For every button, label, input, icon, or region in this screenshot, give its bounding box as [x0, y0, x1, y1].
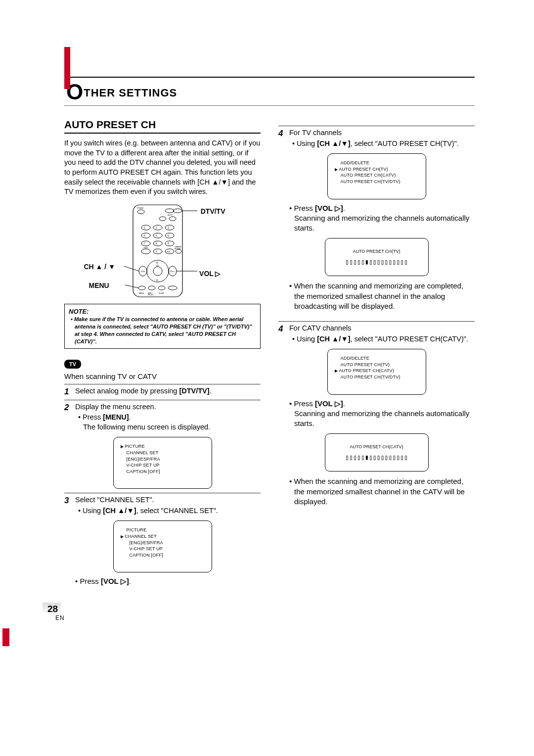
accent-bar: [64, 47, 70, 89]
svg-text:VOL▷: VOL▷: [170, 270, 176, 273]
remote-diagram: 123 456 789 0+100 ▲ ▼ CH ◁VOL VOL▷: [101, 204, 224, 298]
svg-point-14: [153, 241, 162, 246]
menu-screen-2: PICTURE CHANNEL SET [ENG]/ESP/FRA V-CHIP…: [113, 520, 212, 572]
header-bar: OTHER SETTINGS: [64, 77, 475, 106]
preset-menu-tv: ADD/DELETE AUTO PRESET CH(TV) AUTO PRESE…: [327, 153, 426, 199]
svg-rect-0: [133, 205, 182, 297]
step-4-tv: 4 For TV channels Using [CH ▲/▼], select…: [278, 128, 475, 148]
svg-point-3: [173, 209, 182, 213]
svg-point-6: [169, 217, 176, 221]
svg-point-1: [137, 210, 144, 214]
progress-catv: AUTO PRESET CH(CATV) ▯▯▯▯▯▮▯▯▯▯▯▯▯▯▯▯: [325, 433, 429, 472]
svg-point-5: [159, 217, 166, 221]
scanning-intro: When scanning TV or CATV: [64, 372, 261, 381]
step4tv-press-vol: Press [VOL ▷].Scanning and memorizing th…: [278, 203, 475, 234]
svg-text:4: 4: [144, 234, 145, 237]
svg-point-45: [168, 286, 177, 290]
svg-point-43: [148, 286, 155, 290]
page-accent: [2, 628, 9, 646]
note-body: • Make sure if the TV is connected to an…: [69, 316, 256, 345]
svg-text:0: 0: [156, 250, 157, 253]
preset-menu-catv: ADD/DELETE AUTO PRESET CH(TV) AUTO PRESE…: [327, 349, 426, 394]
svg-point-9: [165, 225, 174, 230]
remote-svg: 123 456 789 0+100 ▲ ▼ CH ◁VOL VOL▷: [123, 204, 202, 298]
svg-text:8: 8: [156, 242, 157, 245]
step-4-catv: 4 For CATV channels Using [CH ▲/▼], sele…: [278, 324, 475, 344]
svg-text:SLEEP: SLEEP: [159, 292, 165, 294]
svg-point-44: [158, 286, 165, 290]
column-right: 4 For TV channels Using [CH ▲/▼], select…: [278, 118, 475, 587]
svg-text:7: 7: [144, 242, 145, 245]
svg-point-32: [153, 267, 162, 276]
svg-text:9: 9: [168, 242, 169, 245]
svg-text:1: 1: [144, 226, 145, 229]
svg-text:POWER: POWER: [137, 207, 144, 209]
step4catv-done: When the scanning and memorizing are com…: [278, 476, 475, 507]
svg-text:MENU: MENU: [139, 292, 144, 294]
svg-text:▲: ▲: [156, 261, 158, 264]
svg-point-2: [165, 209, 174, 213]
svg-point-10: [141, 233, 150, 238]
svg-text:RETURN: RETURN: [175, 248, 181, 250]
svg-text:+100: +100: [166, 250, 171, 253]
svg-point-15: [165, 241, 174, 246]
step4catv-press-vol: Press [VOL ▷].Scanning and memorizing th…: [278, 399, 475, 429]
section-title: AUTO PRESET CH: [64, 118, 261, 134]
svg-text:–/DIGIT: –/DIGIT: [143, 247, 148, 249]
page-number: 28: [43, 603, 61, 615]
note-box: NOTE: • Make sure if the TV is connected…: [64, 304, 261, 349]
step-1: 1 Select analog mode by pressing [DTV/TV…: [64, 384, 261, 398]
svg-text:5: 5: [156, 234, 157, 237]
tv-badge: TV: [64, 360, 81, 369]
step3-press-vol: Press [VOL ▷].: [64, 576, 261, 586]
label-menu: MENU: [89, 281, 109, 290]
page-lang: EN: [55, 614, 65, 621]
svg-line-40: [124, 266, 139, 271]
svg-point-8: [153, 225, 162, 230]
svg-text:▼: ▼: [156, 279, 158, 282]
column-left: AUTO PRESET CH If you switch wires (e.g.…: [64, 118, 261, 587]
svg-text:6: 6: [168, 234, 169, 237]
svg-point-11: [153, 233, 162, 238]
label-dtvtv: DTV/TV: [201, 207, 225, 216]
svg-point-13: [141, 241, 150, 246]
svg-line-46: [125, 285, 138, 288]
intro-text: If you switch wires (e.g. between antenn…: [64, 139, 261, 196]
label-vol: VOL ▷: [199, 269, 221, 279]
svg-point-17: [153, 249, 162, 254]
note-heading: NOTE:: [69, 307, 256, 316]
menu-screen-1: PICTURE CHANNEL SET [ENG]/ESP/FRA V-CHIP…: [113, 437, 212, 489]
svg-point-42: [138, 286, 145, 290]
svg-text:CH: CH: [156, 264, 159, 267]
svg-text:2: 2: [156, 226, 157, 229]
svg-text:AUDIO: AUDIO: [168, 214, 173, 216]
svg-text:3: 3: [168, 226, 169, 229]
step4tv-done: When the scanning and memorizing are com…: [278, 281, 475, 311]
svg-text:SELECT: SELECT: [148, 294, 154, 296]
svg-point-7: [141, 225, 150, 230]
progress-tv: AUTO PRESET CH(TV) ▯▯▯▯▯▮▯▯▯▯▯▯▯▯▯▯: [325, 238, 429, 276]
header-title-text: THER SETTINGS: [84, 87, 177, 99]
svg-point-16: [141, 249, 150, 254]
label-ch: CH ▲ / ▼: [84, 262, 116, 272]
page-title: OTHER SETTINGS: [66, 87, 177, 99]
svg-point-12: [165, 233, 174, 238]
step-2: 2 Display the menu screen. Press [MENU].…: [64, 400, 261, 432]
svg-text:◁VOL: ◁VOL: [140, 270, 146, 273]
svg-point-19: [176, 249, 181, 253]
step-3: 3 Select "CHANNEL SET". Using [CH ▲/▼], …: [64, 493, 261, 516]
